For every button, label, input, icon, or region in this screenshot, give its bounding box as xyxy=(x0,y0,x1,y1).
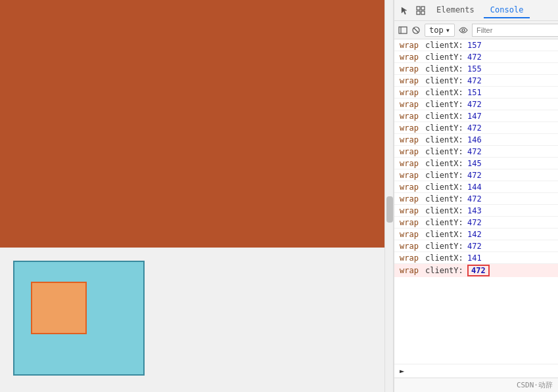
log-value: 141 xyxy=(467,253,482,263)
log-row: wrapclientX:157 xyxy=(394,39,558,51)
bottom-section xyxy=(0,248,384,392)
log-value: 147 xyxy=(467,112,482,121)
scrollbar-area[interactable] xyxy=(384,0,394,392)
log-source: wrap xyxy=(400,100,423,109)
svg-rect-3 xyxy=(421,11,425,14)
log-key: clientX: xyxy=(425,112,465,121)
chevron-down-icon: ▾ xyxy=(446,26,450,35)
log-value: 146 xyxy=(467,135,482,144)
log-key: clientY: xyxy=(425,218,465,227)
context-selector[interactable]: top ▾ xyxy=(425,24,455,37)
log-source: wrap xyxy=(400,53,423,62)
svg-rect-4 xyxy=(399,27,407,33)
browser-content xyxy=(0,0,384,392)
sidebar-icon[interactable] xyxy=(398,24,407,36)
log-row: wrapclientY:472 xyxy=(394,75,558,87)
log-source: wrap xyxy=(400,194,423,204)
log-source: wrap xyxy=(400,206,423,215)
filter-input[interactable] xyxy=(472,24,558,37)
log-row: wrapclientX:142 xyxy=(394,229,558,240)
teal-box xyxy=(13,261,145,376)
log-key: clientX: xyxy=(425,41,465,50)
svg-rect-2 xyxy=(417,11,420,14)
log-row: wrapclientX:147 xyxy=(394,110,558,122)
log-row: wrapclientY:472 xyxy=(394,146,558,158)
log-key: clientX: xyxy=(425,206,465,215)
log-key: clientX: xyxy=(425,159,465,168)
log-value: 472 xyxy=(467,100,482,109)
log-row: wrapclientX:144 xyxy=(394,181,558,193)
log-key: clientY: xyxy=(425,76,465,85)
log-key: clientY: xyxy=(425,100,465,109)
tab-elements[interactable]: Elements xyxy=(430,3,481,18)
log-row: wrapclientY:472 xyxy=(394,122,558,134)
log-source: wrap xyxy=(400,112,423,121)
log-key: clientX: xyxy=(425,230,465,239)
devtools-bottom-bar: CSDN·动辞 xyxy=(394,378,558,392)
log-source: wrap xyxy=(400,183,423,192)
console-expand[interactable]: ► xyxy=(394,364,558,378)
log-value: 155 xyxy=(467,64,482,74)
log-key: clientY: xyxy=(425,171,465,180)
log-value: 472 xyxy=(467,171,482,180)
log-source: wrap xyxy=(400,218,423,227)
log-row: wrapclientX:151 xyxy=(394,87,558,98)
log-value: 472 xyxy=(467,147,482,156)
log-key: clientY: xyxy=(425,242,465,251)
log-row: wrapclientX:145 xyxy=(394,158,558,169)
scrollbar-thumb[interactable] xyxy=(386,196,393,223)
log-key: clientY: xyxy=(425,123,465,133)
log-row: wrapclientX:146 xyxy=(394,134,558,146)
log-value: 472 xyxy=(467,218,482,227)
eye-icon[interactable] xyxy=(459,24,468,36)
log-source: wrap xyxy=(400,88,423,97)
log-key: clientX: xyxy=(425,253,465,263)
log-value: 472 xyxy=(467,53,482,62)
log-row: wrapclientY:472 xyxy=(394,217,558,229)
ban-icon[interactable] xyxy=(411,24,421,36)
log-source: wrap xyxy=(400,242,423,251)
log-value: 157 xyxy=(467,41,482,50)
log-value: 142 xyxy=(467,230,482,239)
log-source: wrap xyxy=(400,253,423,263)
devtools-toolbar: top ▾ xyxy=(394,21,558,39)
log-key: clientY: xyxy=(425,53,465,62)
log-row: wrapclientY:472 xyxy=(394,240,558,252)
log-key: clientX: xyxy=(425,88,465,97)
log-value: 472 xyxy=(467,123,482,133)
cursor-icon[interactable] xyxy=(398,4,411,17)
log-row: wrapclientX:143 xyxy=(394,205,558,217)
log-source: wrap xyxy=(400,76,423,85)
log-value: 472 xyxy=(467,242,482,251)
log-row: wrapclientY:472 xyxy=(394,169,558,181)
log-row: wrapclientY:472 xyxy=(394,51,558,63)
log-key: clientX: xyxy=(425,135,465,144)
log-key: clientX: xyxy=(425,64,465,74)
log-key: clientX: xyxy=(425,183,465,192)
log-value: 143 xyxy=(467,206,482,215)
orange-inner-box xyxy=(31,282,87,334)
log-value: 144 xyxy=(467,183,482,192)
log-row: wrapclientY:472 xyxy=(394,98,558,110)
svg-rect-0 xyxy=(417,7,420,10)
log-value: 472 xyxy=(467,194,482,204)
log-value: 472 xyxy=(467,265,490,276)
log-row: wrapclientY:472 xyxy=(394,193,558,205)
log-key: clientY: xyxy=(425,147,465,156)
log-source: wrap xyxy=(400,171,423,180)
svg-point-8 xyxy=(462,29,465,32)
log-source: wrap xyxy=(400,159,423,168)
devtools-tabs: Elements Console xyxy=(394,0,558,21)
tab-console[interactable]: Console xyxy=(484,3,530,18)
log-row: wrapclientX:141 xyxy=(394,252,558,264)
log-row: wrapclientX:155 xyxy=(394,63,558,75)
inspect-icon[interactable] xyxy=(414,4,427,17)
log-source: wrap xyxy=(400,123,423,133)
svg-line-7 xyxy=(414,28,419,32)
log-value: 472 xyxy=(467,76,482,85)
log-value: 145 xyxy=(467,159,482,168)
log-source: wrap xyxy=(400,266,423,275)
log-source: wrap xyxy=(400,147,423,156)
console-log[interactable]: wrapclientX:157wrapclientY:472wrapclient… xyxy=(394,39,558,364)
devtools-panel: Elements Console top ▾ xyxy=(394,0,558,392)
